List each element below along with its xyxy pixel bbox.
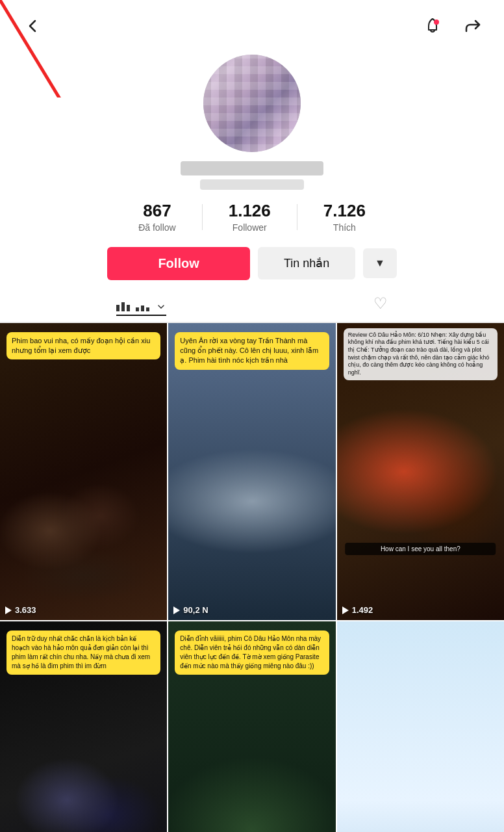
- header: [0, 0, 504, 48]
- notification-button[interactable]: [418, 12, 447, 40]
- followers-count: 1.126: [229, 202, 271, 220]
- back-button[interactable]: [18, 12, 47, 40]
- likes-count: 7.126: [323, 202, 366, 220]
- following-count: 867: [143, 202, 171, 220]
- video-thumb-4[interactable]: Diễn trữ duy nhất chắc chắn là kịch bản …: [0, 621, 167, 832]
- stat-following: 867 Đã follow: [112, 202, 202, 233]
- message-button[interactable]: Tin nhắn: [258, 247, 355, 280]
- likes-label: Thích: [333, 222, 356, 233]
- tab-bar: ♡: [0, 294, 504, 323]
- follow-button[interactable]: Follow: [107, 247, 250, 280]
- video-caption-1: Phim bao vui nha, có mấy đoạn hội cần xi…: [6, 332, 160, 360]
- play-icon-1: [5, 606, 12, 614]
- video-thumb-3[interactable]: Review Cô Dâu Hảo Môn: 6/10 Nhẹn: Xây dự…: [337, 323, 504, 621]
- username-sub-bar: [200, 179, 304, 190]
- tab-videos[interactable]: [116, 302, 166, 316]
- video-thumb-5[interactable]: Diễn đỉnh vãiiiii, phim Cô Dâu Hảo Môn n…: [168, 621, 335, 832]
- subtitle-3: How can I see you all then?: [346, 543, 496, 555]
- video-caption-3: Review Cô Dâu Hảo Môn: 6/10 Nhẹn: Xây dự…: [344, 328, 498, 380]
- header-actions: [418, 12, 486, 40]
- profile-section: 867 Đã follow 1.126 Follower 7.126 Thích…: [0, 48, 504, 294]
- play-count-3: 1.492: [342, 605, 373, 615]
- stat-likes: 7.126 Thích: [297, 202, 392, 233]
- video-caption-5: Diễn đỉnh vãiiiii, phim Cô Dâu Hảo Môn n…: [175, 630, 329, 675]
- video-thumb-2[interactable]: Uyên Ân rời xa vòng tay Trần Thành mà cũ…: [168, 323, 335, 620]
- video-caption-2: Uyên Ân rời xa vòng tay Trần Thành mà cũ…: [175, 332, 329, 370]
- grid-icon: [116, 302, 149, 311]
- heart-icon: ♡: [373, 294, 388, 313]
- stats-row: 867 Đã follow 1.126 Follower 7.126 Thích: [13, 202, 491, 233]
- avatar: [203, 55, 301, 152]
- action-row: Follow Tin nhắn ▼: [107, 247, 397, 280]
- play-count-1: 3.633: [5, 605, 36, 615]
- video-thumb-6[interactable]: Lấy chồng giàu dứt dứt và rồi lẽ bóng ba…: [337, 621, 504, 832]
- share-button[interactable]: [457, 12, 486, 40]
- play-icon-2: [173, 606, 180, 614]
- followers-label: Follower: [233, 222, 267, 233]
- play-icon-3: [342, 606, 349, 614]
- tab-liked[interactable]: ♡: [373, 294, 388, 315]
- dropdown-arrow-icon: [156, 302, 166, 312]
- following-label: Đã follow: [138, 222, 176, 233]
- username-bar: [181, 161, 323, 176]
- play-count-2: 90,2 N: [173, 605, 208, 615]
- stat-followers: 1.126 Follower: [203, 202, 297, 233]
- video-caption-4: Diễn trữ duy nhất chắc chắn là kịch bản …: [6, 630, 160, 675]
- video-grid: Phim bao vui nha, có mấy đoạn hội cần xi…: [0, 323, 504, 832]
- dropdown-button[interactable]: ▼: [363, 248, 397, 278]
- svg-point-0: [434, 20, 439, 25]
- video-thumb-1[interactable]: Phim bao vui nha, có mấy đoạn hội cần xi…: [0, 323, 167, 620]
